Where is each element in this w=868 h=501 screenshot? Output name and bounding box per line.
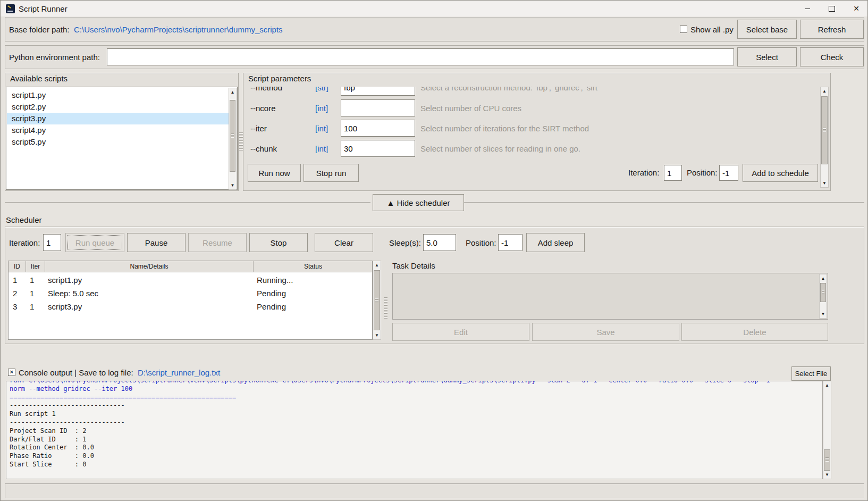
- splitter-grip[interactable]: [384, 297, 387, 320]
- env-select-button[interactable]: Select: [737, 47, 797, 66]
- run-now-button[interactable]: Run now: [248, 164, 301, 182]
- run-queue-button[interactable]: Run queue: [65, 233, 124, 252]
- scroll-up-icon[interactable]: ▲: [229, 88, 236, 96]
- script-parameters-title: Script parameters: [248, 74, 311, 83]
- window-title: Script Runner: [19, 4, 68, 13]
- list-item-selected[interactable]: script3.py: [7, 113, 229, 124]
- console-line: ------------------------------: [10, 419, 812, 427]
- app-window: Script Runner ✕ Base folder path: C:\Use…: [0, 0, 868, 501]
- console-output-checkbox[interactable]: ✕: [8, 369, 15, 376]
- maximize-icon: [829, 6, 835, 12]
- minimize-button[interactable]: [795, 1, 820, 16]
- splitter-grip[interactable]: [239, 132, 243, 152]
- task-details-textarea[interactable]: ▲ ▼: [392, 273, 828, 320]
- python-env-input[interactable]: [107, 48, 734, 65]
- maximize-button[interactable]: [820, 1, 844, 16]
- show-all-py-label: Show all .py: [690, 25, 734, 34]
- param-type: [int]: [315, 104, 328, 113]
- task-table-scrollbar[interactable]: ▲ ▼: [373, 261, 381, 340]
- sleep-input[interactable]: [423, 234, 456, 251]
- position-input[interactable]: [719, 165, 738, 181]
- pause-button[interactable]: Pause: [127, 233, 186, 252]
- task-table-header: ID Iter Name/Details Status: [8, 261, 373, 272]
- save-button[interactable]: Save: [532, 323, 679, 341]
- task-details-scrollbar[interactable]: ▲ ▼: [819, 274, 827, 319]
- list-item[interactable]: script4.py: [7, 124, 229, 136]
- scripts-listbox: script1.py script2.py script3.py script4…: [6, 87, 238, 190]
- list-item[interactable]: script1.py: [7, 89, 229, 101]
- column-header[interactable]: ID: [9, 261, 26, 272]
- select-base-button[interactable]: Select base: [737, 20, 797, 39]
- stop-run-button[interactable]: Stop run: [304, 164, 359, 182]
- console-line: run: C:\Users\nvo\PycharmProjects\script…: [10, 381, 812, 385]
- show-all-py-checkbox[interactable]: [680, 26, 687, 33]
- cell-iter: 1: [30, 302, 34, 311]
- iteration-input[interactable]: [664, 165, 682, 181]
- add-sleep-button[interactable]: Add sleep: [526, 233, 585, 252]
- list-item[interactable]: script5.py: [7, 136, 229, 148]
- sleep-label: Sleep(s):: [389, 238, 421, 247]
- param-desc: Select number of slices for reading in o…: [420, 144, 580, 153]
- delete-button[interactable]: Delete: [681, 323, 828, 341]
- base-folder-path[interactable]: C:\Users\nvo\PycharmProjects\scriptrunne…: [74, 25, 283, 34]
- cell-iter: 1: [30, 289, 34, 298]
- console-line: Project Scan ID : 2: [10, 427, 812, 436]
- select-file-button[interactable]: Select File: [791, 366, 831, 381]
- console-line: ------------------------------: [10, 402, 812, 410]
- hide-scheduler-button[interactable]: ▲ Hide scheduler: [373, 194, 464, 211]
- log-file-path[interactable]: D:\script_runner_log.txt: [138, 368, 220, 377]
- scripts-scrollbar[interactable]: ▲ ▼: [229, 88, 237, 190]
- list-item[interactable]: script2.py: [7, 101, 229, 113]
- param-desc: Select number of iterations for the SIRT…: [420, 124, 589, 133]
- status-bar: [5, 483, 864, 498]
- parameters-scrollbar[interactable]: ▲ ▼: [820, 87, 829, 188]
- minimize-icon: [805, 9, 810, 9]
- scrollbar-thumb[interactable]: [820, 283, 826, 302]
- edit-button[interactable]: Edit: [392, 323, 529, 341]
- stop-button[interactable]: Stop: [249, 233, 308, 252]
- column-header[interactable]: Iter: [26, 261, 45, 272]
- scroll-down-icon[interactable]: ▼: [821, 179, 828, 187]
- cell-iter: 1: [30, 275, 34, 285]
- console-output-label: Console output | Save to log file:: [19, 368, 133, 377]
- scroll-up-icon[interactable]: ▲: [373, 261, 381, 269]
- console-output[interactable]: run: C:\Users\nvo\PycharmProjects\script…: [6, 381, 823, 479]
- scheduler-iteration-label: Iteration:: [9, 238, 40, 247]
- scrollbar-thumb[interactable]: [374, 270, 380, 330]
- param-ncore-input[interactable]: [341, 99, 415, 116]
- scroll-down-icon[interactable]: ▼: [229, 181, 236, 189]
- cell-id: 2: [13, 289, 17, 298]
- scroll-down-icon[interactable]: ▼: [820, 310, 827, 318]
- scrollbar-thumb[interactable]: [230, 100, 235, 172]
- scrollbar-thumb[interactable]: [824, 449, 830, 471]
- scroll-up-icon[interactable]: ▲: [820, 274, 827, 282]
- column-header[interactable]: Name/Details: [45, 261, 254, 272]
- column-header[interactable]: Status: [254, 261, 373, 272]
- cell-name: script1.py: [48, 275, 82, 285]
- scroll-up-icon[interactable]: ▲: [821, 87, 828, 95]
- base-folder-label: Base folder path:: [9, 25, 69, 34]
- param-chunk-input[interactable]: [341, 140, 415, 157]
- console-scrollbar[interactable]: ▲ ▼: [823, 381, 831, 479]
- scroll-down-icon[interactable]: ▼: [823, 471, 831, 479]
- scrollbar-thumb[interactable]: [821, 96, 828, 164]
- cell-status: Running...: [257, 275, 293, 285]
- cell-name: Sleep: 5.0 sec: [48, 289, 98, 298]
- param-type: [int]: [315, 124, 328, 133]
- scroll-down-icon[interactable]: ▼: [373, 331, 381, 339]
- env-check-button[interactable]: Check: [800, 47, 864, 66]
- console-line: Run script 1: [10, 410, 812, 419]
- resume-button[interactable]: Resume: [188, 233, 247, 252]
- scheduler-position-input[interactable]: [498, 234, 523, 251]
- available-scripts-title: Available scripts: [10, 74, 68, 83]
- check-icon: ✕: [10, 370, 14, 375]
- param-iter-input[interactable]: [341, 120, 415, 137]
- clear-button[interactable]: Clear: [315, 233, 373, 252]
- add-to-schedule-button[interactable]: Add to schedule: [743, 164, 818, 182]
- param-method-input[interactable]: [341, 87, 415, 96]
- refresh-button[interactable]: Refresh: [800, 20, 864, 39]
- param-desc: Select number of CPU cores: [420, 104, 521, 113]
- close-button[interactable]: ✕: [844, 1, 868, 16]
- scroll-up-icon[interactable]: ▲: [823, 381, 831, 389]
- scheduler-iteration-input[interactable]: [43, 234, 61, 251]
